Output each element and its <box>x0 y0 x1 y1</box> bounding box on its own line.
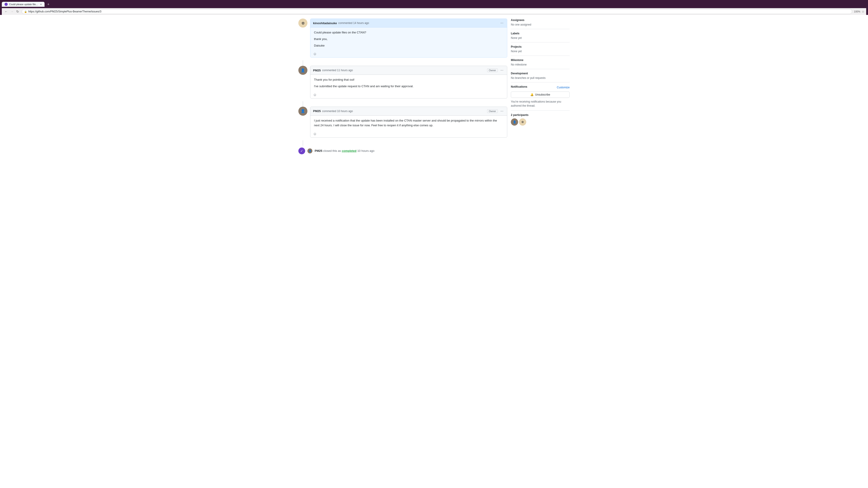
comment-time-1: commented 14 hours ago <box>338 22 369 25</box>
participant-avatar-pm25[interactable]: 👤 <box>511 119 518 126</box>
avatar-pm25-2: 👤 <box>298 107 307 116</box>
timeline-line-3 <box>303 140 303 146</box>
participants-section: 2 participants 👤 ✿ <box>511 111 569 128</box>
comment-author-3[interactable]: PM25 <box>313 109 321 113</box>
development-section: Development No branches or pull requests <box>511 69 569 83</box>
assignees-title: Assignees <box>511 19 569 22</box>
tab-bar: Could please update file... ✕ + <box>2 1 866 7</box>
comment-author-1[interactable]: kinoshitadaisuke <box>313 22 337 25</box>
url-text: https://github.com/PM25/SimplePlus-Beame… <box>28 10 101 13</box>
toolbar-right: 100% ☆ <box>854 10 864 13</box>
notifications-header: Notifications Customize <box>511 85 569 90</box>
comment-box-1: kinoshitadaisuke commented 14 hours ago … <box>310 19 507 58</box>
browser-chrome: Could please update file... ✕ + ← → ↻ 🔒 … <box>0 0 868 15</box>
closed-text: PM25 closed this as completed 10 hours a… <box>315 149 375 153</box>
bell-icon: 🔔 <box>530 93 534 96</box>
projects-section: Projects None yet <box>511 42 569 56</box>
active-tab[interactable]: Could please update file... ✕ <box>2 2 44 7</box>
development-title: Development <box>511 72 569 75</box>
closed-time: 10 hours ago <box>358 149 375 153</box>
owner-badge-3: Owner <box>487 109 498 113</box>
comment-body-3: I just received a notification that the … <box>310 116 507 131</box>
unsubscribe-btn[interactable]: 🔔 Unsubscribe <box>511 92 569 98</box>
comment-author-2[interactable]: PM25 <box>313 69 321 72</box>
milestone-title: Milestone <box>511 59 569 62</box>
labels-section: Labels None yet <box>511 29 569 42</box>
comment-header-right-1: ··· <box>500 21 504 26</box>
customize-link[interactable]: Customize <box>557 86 569 89</box>
comment-text-3-1: I just received a notification that the … <box>314 119 503 128</box>
participant-avatar-kinoshi[interactable]: ✿ <box>519 119 526 126</box>
comment-text-1-2: thank you, <box>314 37 503 41</box>
comment-wrapper-3: 👤 PM25 commented 10 hours ago Owner ··· <box>298 107 507 138</box>
comment-time-2: commented 11 hours ago <box>322 69 353 72</box>
comment-text-1-1: Could please update files on the CTAN? <box>314 30 503 35</box>
comment-header-3: PM25 commented 10 hours ago Owner ··· <box>310 107 507 116</box>
comment-text-2-1: Thank you for pointing that out! <box>314 77 503 82</box>
tab-label: Could please update file... <box>9 3 38 6</box>
comment-header-right-3: Owner ··· <box>487 109 504 113</box>
comment-text-1-3: Daisuke <box>314 43 503 48</box>
comments-section: ✿ kinoshitadaisuke commented 14 hours ag… <box>298 19 507 156</box>
comment-header-left-3: PM25 commented 10 hours ago <box>313 109 353 113</box>
reload-btn[interactable]: ↻ <box>16 9 20 14</box>
labels-value: None yet <box>511 36 569 39</box>
notifications-title: Notifications <box>511 85 527 88</box>
emoji-btn-1[interactable]: ☺ <box>313 52 317 56</box>
comment-time-3: commented 10 hours ago <box>322 109 353 113</box>
back-btn[interactable]: ← <box>4 9 8 14</box>
comment-box-2: PM25 commented 11 hours ago Owner ··· Th… <box>310 66 507 98</box>
emoji-btn-3[interactable]: ☺ <box>313 132 317 136</box>
milestone-section: Milestone No milestone <box>511 56 569 69</box>
emoji-btn-2[interactable]: ☺ <box>313 93 317 97</box>
completed-link[interactable]: completed <box>342 149 356 153</box>
projects-title: Projects <box>511 45 569 48</box>
browser-toolbar: ← → ↻ 🔒 https://github.com/PM25/SimplePl… <box>2 8 866 15</box>
projects-value: None yet <box>511 50 569 53</box>
comment-header-left-2: PM25 commented 11 hours ago <box>313 69 353 72</box>
comment-box-3: PM25 commented 10 hours ago Owner ··· I … <box>310 107 507 138</box>
nav-buttons: ← → ↻ <box>4 9 20 14</box>
comment-menu-btn-1[interactable]: ··· <box>500 21 504 26</box>
owner-badge-2: Owner <box>487 68 498 72</box>
participants-avatars: 👤 ✿ <box>511 119 569 126</box>
comment-wrapper-2: 👤 PM25 commented 11 hours ago Owner ··· <box>298 66 507 98</box>
comment-body-2: Thank you for pointing that out! I've su… <box>310 75 507 92</box>
notification-info: You're receiving notifications because y… <box>511 100 569 108</box>
sidebar: Assignees No one assigned Labels None ye… <box>511 19 569 156</box>
lock-icon: 🔒 <box>24 10 27 13</box>
address-bar[interactable]: 🔒 https://github.com/PM25/SimplePlus-Bea… <box>22 9 852 14</box>
development-value: No branches or pull requests <box>511 76 569 79</box>
new-tab-btn[interactable]: + <box>45 1 51 7</box>
tab-close-btn[interactable]: ✕ <box>40 3 42 6</box>
comment-header-right-2: Owner ··· <box>487 68 504 73</box>
tab-favicon <box>4 3 8 6</box>
timeline-line-1 <box>303 60 303 66</box>
closed-icon: ✓ <box>298 148 305 154</box>
forward-btn[interactable]: → <box>9 9 14 14</box>
milestone-value: No milestone <box>511 63 569 66</box>
content-area: ✿ kinoshitadaisuke commented 14 hours ag… <box>298 15 569 160</box>
unsubscribe-label: Unsubscribe <box>535 93 550 96</box>
timeline-line-2 <box>303 101 303 107</box>
labels-title: Labels <box>511 32 569 35</box>
comment-reactions-1: ☺ <box>310 51 507 57</box>
comment-header-2: PM25 commented 11 hours ago Owner ··· <box>310 66 507 75</box>
comment-menu-btn-3[interactable]: ··· <box>500 109 504 113</box>
closed-actor-avatar: 👤 <box>307 149 312 153</box>
comment-wrapper-1: ✿ kinoshitadaisuke commented 14 hours ag… <box>298 19 507 58</box>
comment-reactions-3: ☺ <box>310 131 507 137</box>
page-container: ✿ kinoshitadaisuke commented 14 hours ag… <box>0 15 868 488</box>
notifications-section: Notifications Customize 🔔 Unsubscribe Yo… <box>511 83 569 111</box>
assignees-section: Assignees No one assigned <box>511 19 569 29</box>
comment-body-1: Could please update files on the CTAN? t… <box>310 28 507 51</box>
comment-reactions-2: ☺ <box>310 92 507 98</box>
comment-header-left-1: kinoshitadaisuke commented 14 hours ago <box>313 22 369 25</box>
comment-text-2-2: I've submitted the update request to CTA… <box>314 84 503 89</box>
avatar-pm25-1: 👤 <box>298 66 307 75</box>
bookmark-icon[interactable]: ☆ <box>862 10 864 13</box>
comment-menu-btn-2[interactable]: ··· <box>500 68 504 73</box>
closed-actor[interactable]: PM25 <box>315 149 322 153</box>
participants-title: 2 participants <box>511 113 569 117</box>
closed-event: ✓ 👤 PM25 closed this as completed 10 hou… <box>298 146 507 156</box>
